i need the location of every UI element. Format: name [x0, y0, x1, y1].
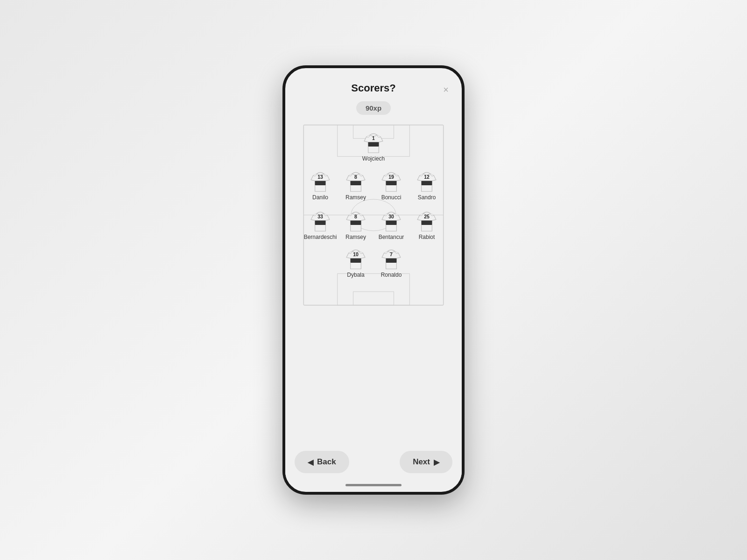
home-bar — [345, 484, 402, 486]
page-title: Scorers? — [351, 82, 395, 94]
back-button[interactable]: ◀ Back — [295, 451, 349, 473]
svg-rect-9 — [315, 181, 326, 185]
jersey: 13 — [308, 168, 332, 193]
svg-rect-11 — [351, 181, 361, 185]
svg-text:25: 25 — [424, 214, 430, 219]
player-name: Bentancur — [379, 234, 404, 240]
svg-text:8: 8 — [354, 175, 357, 180]
player-name: Wojciech — [362, 155, 385, 162]
player-name: Ramsey — [345, 194, 366, 201]
svg-rect-13 — [386, 181, 397, 185]
player-ronaldo[interactable]: 7 Ronaldo — [374, 245, 408, 278]
svg-rect-15 — [422, 181, 432, 185]
pitch: 1 Wojciech 13 Danilo — [295, 120, 452, 316]
svg-rect-17 — [315, 220, 326, 224]
jersey: 25 — [415, 207, 439, 233]
svg-rect-7 — [368, 142, 379, 146]
player-dybala[interactable]: 10 Dybala — [339, 245, 373, 278]
jersey: 7 — [379, 245, 403, 271]
player-name: Ronaldo — [381, 272, 402, 278]
player-bentancur[interactable]: 30 Bentancur — [374, 207, 408, 240]
svg-text:7: 7 — [390, 252, 393, 257]
jersey: 12 — [415, 168, 439, 193]
gk-row: 1 Wojciech — [295, 129, 452, 162]
player-danilo[interactable]: 13 Danilo — [303, 168, 337, 201]
phone-frame: Scorers? × 90xp — [282, 65, 465, 495]
svg-text:13: 13 — [317, 175, 323, 180]
player-ramsey[interactable]: 8 Ramsey — [339, 207, 373, 240]
svg-rect-21 — [386, 220, 397, 224]
jersey: 1 — [361, 129, 386, 154]
jersey: 33 — [308, 207, 332, 233]
player-name: Bonucci — [381, 194, 402, 201]
header: Scorers? × — [295, 77, 452, 101]
player-bonucci[interactable]: 19 Bonucci — [374, 168, 408, 201]
svg-rect-23 — [422, 220, 432, 224]
next-arrow-icon: ▶ — [434, 458, 439, 467]
svg-rect-25 — [351, 258, 361, 262]
next-label: Next — [413, 457, 430, 467]
player-ramsey[interactable]: 8 Ramsey — [339, 168, 373, 201]
jersey: 8 — [344, 168, 368, 193]
jersey: 30 — [379, 207, 403, 233]
svg-rect-19 — [351, 220, 361, 224]
mid-row: 33 Bernardeschi 8 Ramsey 30 Bentancu — [295, 207, 452, 240]
svg-text:12: 12 — [424, 175, 430, 180]
svg-text:33: 33 — [317, 214, 323, 219]
svg-text:1: 1 — [372, 136, 375, 141]
bottom-bar: ◀ Back Next ▶ — [285, 444, 462, 480]
next-button[interactable]: Next ▶ — [400, 451, 452, 473]
jersey: 19 — [379, 168, 403, 193]
player-rabiot[interactable]: 25 Rabiot — [410, 207, 444, 240]
xp-pill: 90xp — [356, 101, 391, 115]
back-arrow-icon: ◀ — [308, 458, 313, 467]
jersey: 10 — [344, 245, 368, 271]
svg-text:8: 8 — [354, 214, 357, 219]
formation: 1 Wojciech 13 Danilo — [295, 120, 452, 316]
player-name: Rabiot — [419, 234, 435, 240]
xp-badge-container: 90xp — [295, 101, 452, 115]
back-label: Back — [317, 457, 336, 467]
svg-text:19: 19 — [388, 175, 394, 180]
svg-text:30: 30 — [388, 214, 394, 219]
player-name: Ramsey — [345, 234, 366, 240]
player-bernardeschi[interactable]: 33 Bernardeschi — [303, 207, 337, 240]
player-name: Sandro — [418, 194, 436, 201]
phone-content: Scorers? × 90xp — [285, 68, 462, 444]
svg-text:10: 10 — [353, 252, 359, 257]
fwd-row: 10 Dybala 7 Ronaldo — [295, 245, 452, 278]
player-name: Bernardeschi — [304, 234, 337, 240]
home-indicator — [285, 480, 462, 492]
close-button[interactable]: × — [439, 82, 452, 97]
player-name: Dybala — [347, 272, 364, 278]
player-sandro[interactable]: 12 Sandro — [410, 168, 444, 201]
player-name: Danilo — [312, 194, 328, 201]
player-wojciech[interactable]: 1 Wojciech — [357, 129, 390, 162]
svg-rect-27 — [386, 258, 397, 262]
jersey: 8 — [344, 207, 368, 233]
def-row: 13 Danilo 8 Ramsey 19 Bonucci — [295, 168, 452, 201]
